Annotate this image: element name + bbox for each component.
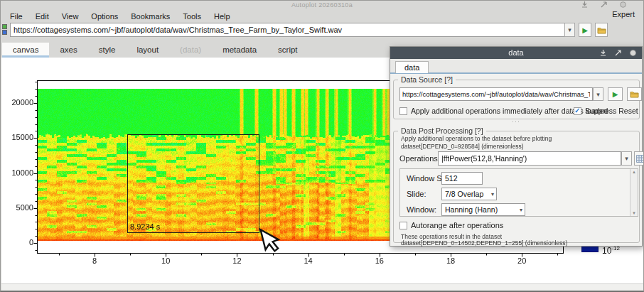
- post-processing-group: Data Post Processing [?] Apply additiona…: [393, 131, 640, 243]
- dialog-browse-folder-button[interactable]: [627, 87, 642, 101]
- panel-scrollbar[interactable]: ▲ ▼: [630, 169, 638, 216]
- slide-select[interactable]: 7/8 Overlap▾: [441, 188, 497, 200]
- dialog-undock-icon[interactable]: [615, 50, 621, 56]
- window-select[interactable]: Hanning (Hann)▾: [441, 203, 525, 216]
- menu-bookmarks[interactable]: Bookmarks: [124, 11, 176, 21]
- operation-parameters-panel: Window Size:Slide:7/8 Overlap▾Window:Han…: [399, 168, 638, 217]
- undock-icon[interactable]: [601, 1, 607, 8]
- operations-row: Operations: ▾: [394, 151, 639, 167]
- dialog-tab-data[interactable]: data: [395, 61, 429, 73]
- slide-label: Slide:: [407, 190, 426, 198]
- dialog-go-play-button[interactable]: ▶: [608, 87, 623, 101]
- menu-edit[interactable]: Edit: [29, 11, 55, 21]
- autorange-label: Autorange after operations: [411, 221, 503, 229]
- main-tab-bar: canvasaxesstylelayout(data)metadatascrip…: [2, 40, 308, 58]
- slide-row: Slide:7/8 Overlap▾: [400, 187, 638, 202]
- x-tick-label: 16: [367, 256, 392, 265]
- x-tick-label: 18: [439, 256, 463, 265]
- tab-script[interactable]: script: [267, 43, 308, 58]
- window-row: Window:Hanning (Hann)▾: [400, 202, 638, 218]
- menu-tools[interactable]: Tools: [176, 11, 208, 21]
- uri-input[interactable]: [10, 23, 565, 37]
- uri-history-chevron-icon[interactable]: ▾: [564, 23, 575, 37]
- x-tick-label: 14: [296, 256, 321, 265]
- folder-icon: [597, 26, 606, 34]
- browse-folder-button[interactable]: [595, 23, 608, 37]
- y-tick-label: 5000: [2, 203, 33, 212]
- apply-immediately-checkbox[interactable]: [399, 107, 407, 115]
- x-tick-label: 12: [225, 256, 249, 265]
- mouse-cursor-icon: [256, 228, 280, 259]
- window-menu-icon[interactable]: [620, 1, 626, 8]
- dialog-pin-icon[interactable]: [600, 50, 606, 56]
- menu-help[interactable]: Help: [208, 11, 237, 21]
- slide-value: 7/8 Overlap: [445, 190, 483, 198]
- window-value: Hanning (Hann): [445, 205, 498, 214]
- scroll-up-icon[interactable]: ▲: [630, 170, 638, 174]
- folder-icon: [630, 90, 639, 98]
- tab-canvas[interactable]: canvas: [2, 43, 49, 58]
- operations-builder-button[interactable]: [634, 151, 644, 166]
- x-tick-label: 20: [510, 256, 534, 265]
- dialog-menu-icon[interactable]: [630, 50, 636, 56]
- autorange-checkbox[interactable]: [399, 222, 407, 229]
- operations-label: Operations:: [399, 154, 440, 163]
- tab-metadata[interactable]: metadata: [212, 43, 267, 58]
- dialog-tab-strip: data: [390, 59, 642, 74]
- operations-input[interactable]: [438, 151, 621, 166]
- window-label: Window:: [407, 205, 436, 214]
- suppress-reset-checkbox[interactable]: ✓: [574, 107, 581, 115]
- window-size-input[interactable]: [441, 172, 483, 185]
- menu-options[interactable]: Options: [85, 11, 124, 21]
- suppress-reset-checkbox-row: ✓ Suppress Reset: [574, 107, 638, 115]
- status-bar: [1, 283, 644, 292]
- x-tick-label: 8: [82, 256, 107, 265]
- splitter-handle[interactable]: ···: [390, 118, 642, 125]
- dialog-uri-input[interactable]: [399, 87, 593, 101]
- y-tick-label: 15000: [2, 133, 33, 141]
- y-tick-label: 10000: [2, 168, 33, 177]
- y-tick-label: 20000: [2, 98, 33, 107]
- post-processing-description: Apply additional operations to the datas…: [401, 135, 552, 142]
- menu-view[interactable]: View: [55, 11, 85, 21]
- data-dialog: data data Data Source [?] ▾ ▶ Apply addi…: [390, 46, 643, 247]
- datasource-type-icon: [2, 24, 9, 36]
- result-dataset-label: dataset[DEPEND_0=14502,DEPEND_1=255] (di…: [401, 239, 567, 247]
- post-processing-legend: Data Post Processing [?]: [398, 126, 486, 135]
- tab-style[interactable]: style: [88, 43, 127, 58]
- dialog-title-bar[interactable]: data: [390, 47, 642, 59]
- operations-chevron-icon[interactable]: ▾: [621, 151, 632, 166]
- autorange-checkbox-row: Autorange after operations: [399, 221, 503, 229]
- expert-mode-label[interactable]: Expert: [612, 10, 635, 18]
- address-bar: ▾ ▶: [1, 21, 643, 39]
- pin-icon[interactable]: [581, 1, 588, 8]
- y-tick-label: 0: [2, 238, 33, 247]
- suppress-reset-label: Suppress Reset: [585, 107, 638, 115]
- input-dataset-label: dataset[DEPEND_0=928584] (dimensionless): [401, 143, 524, 150]
- colorbar-tick-label: 10-12: [602, 245, 620, 256]
- dialog-uri-chevron-icon[interactable]: ▾: [593, 87, 603, 101]
- go-play-button[interactable]: ▶: [579, 23, 591, 37]
- data-source-legend: Data Source [?]: [398, 75, 456, 84]
- autoplot-window: Autoplot 20260310a FileEditViewOptionsBo…: [0, 0, 644, 292]
- grid-icon: [636, 155, 644, 163]
- selection-width-label: 8.9234 s: [130, 222, 160, 231]
- window-title: Autoplot 20260310a: [1, 1, 643, 9]
- tab-layout[interactable]: layout: [126, 43, 169, 58]
- chevron-down-icon: ▾: [520, 207, 522, 213]
- tab-axes[interactable]: axes: [49, 43, 87, 58]
- scroll-down-icon[interactable]: ▼: [630, 211, 638, 215]
- chevron-down-icon: ▾: [491, 191, 494, 198]
- window-title-bar[interactable]: Autoplot 20260310a: [1, 1, 643, 9]
- window-size-row: Window Size:: [400, 171, 638, 187]
- tab-data[interactable]: (data): [169, 43, 212, 58]
- menu-file[interactable]: File: [4, 11, 29, 21]
- data-source-group: Data Source [?] ▾ ▶ Apply additional ope…: [393, 80, 640, 119]
- x-tick-label: 10: [154, 256, 178, 265]
- selection-box: 8.9234 s: [127, 134, 259, 233]
- menu-bar: FileEditViewOptionsBookmarksToolsHelp Ex…: [1, 9, 643, 21]
